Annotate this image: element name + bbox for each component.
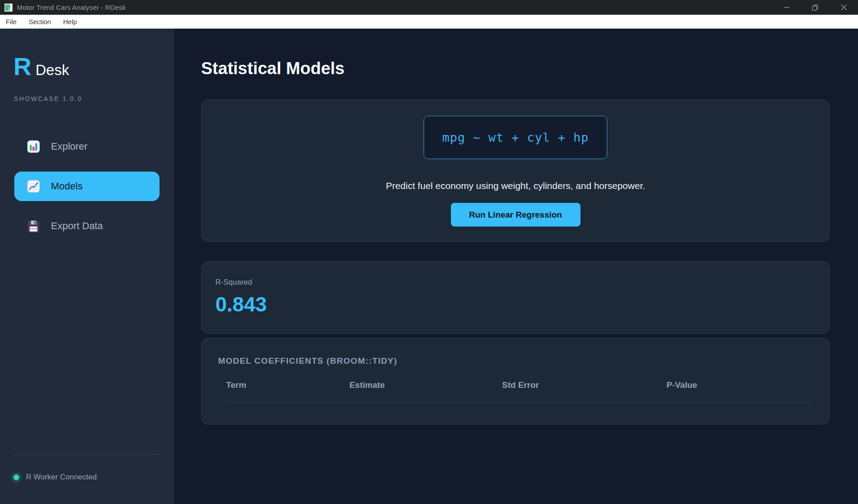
sidebar-divider <box>13 454 159 455</box>
sidebar-item-label: Explorer <box>51 141 88 152</box>
app-logo: R Desk <box>13 54 174 79</box>
model-formula-card: mpg ~ wt + cyl + hp Predict fuel economy… <box>201 100 830 242</box>
close-button[interactable] <box>829 0 858 15</box>
run-regression-button[interactable]: Run Linear Regression <box>451 203 580 227</box>
column-header-estimate: Estimate <box>349 380 502 390</box>
window-controls <box>772 0 858 15</box>
sidebar-item-explorer[interactable]: Explorer <box>14 132 160 161</box>
page-title: Statistical Models <box>201 59 830 78</box>
sidebar: R Desk SHOWCASE 1.0.0 Explorer <box>0 29 174 504</box>
menu-help[interactable]: Help <box>63 18 77 25</box>
column-header-term: Term <box>226 380 349 390</box>
app-icon <box>4 4 13 12</box>
restore-button[interactable] <box>801 0 829 15</box>
formula-box: mpg ~ wt + cyl + hp <box>424 116 607 159</box>
coefficients-title: MODEL COEFFICIENTS (BROOM::TIDY) <box>218 356 813 366</box>
coefficients-header-row: Term Estimate Std Error P-Value <box>226 380 813 402</box>
status-dot-icon <box>13 475 19 480</box>
sidebar-item-models[interactable]: Models <box>14 172 160 201</box>
logo-r-mark: R <box>13 54 31 79</box>
coefficients-card: MODEL COEFFICIENTS (BROOM::TIDY) Term Es… <box>201 338 830 424</box>
restore-icon <box>812 4 818 11</box>
column-header-std-error: Std Error <box>502 380 667 390</box>
minimize-button[interactable] <box>772 0 801 15</box>
r-squared-label: R-Squared <box>215 278 829 287</box>
coefficients-table: Term Estimate Std Error P-Value <box>218 380 813 402</box>
floppy-disk-icon <box>27 219 40 233</box>
model-description: Predict fuel economy using weight, cylin… <box>386 181 645 191</box>
column-header-p-value: P-Value <box>666 380 813 390</box>
formula-text: mpg ~ wt + cyl + hp <box>442 130 589 144</box>
sidebar-item-label: Models <box>51 181 83 192</box>
version-label: SHOWCASE 1.0.0 <box>14 95 174 102</box>
sidebar-item-label: Export Data <box>51 220 103 232</box>
bar-chart-icon <box>27 140 40 153</box>
titlebar: Motor Trend Cars Analyser - RDesk <box>0 0 858 15</box>
status-label: R Worker Connected <box>26 473 97 482</box>
r-squared-card: R-Squared 0.843 <box>201 261 830 334</box>
menu-file[interactable]: File <box>6 18 17 25</box>
window-title: Motor Trend Cars Analyser - RDesk <box>17 4 126 11</box>
logo-text: Desk <box>35 62 69 79</box>
sidebar-item-export-data[interactable]: Export Data <box>14 211 160 241</box>
menubar: File Section Help <box>0 15 858 29</box>
chart-increasing-icon <box>27 180 40 193</box>
close-icon <box>841 4 847 10</box>
minimize-icon <box>784 4 790 10</box>
sidebar-footer: R Worker Connected <box>13 454 159 504</box>
menu-section[interactable]: Section <box>29 18 51 25</box>
worker-status: R Worker Connected <box>13 473 159 482</box>
main-content: Statistical Models mpg ~ wt + cyl + hp P… <box>174 29 858 504</box>
r-squared-value: 0.843 <box>215 292 829 316</box>
sidebar-nav: Explorer Models <box>14 132 160 241</box>
